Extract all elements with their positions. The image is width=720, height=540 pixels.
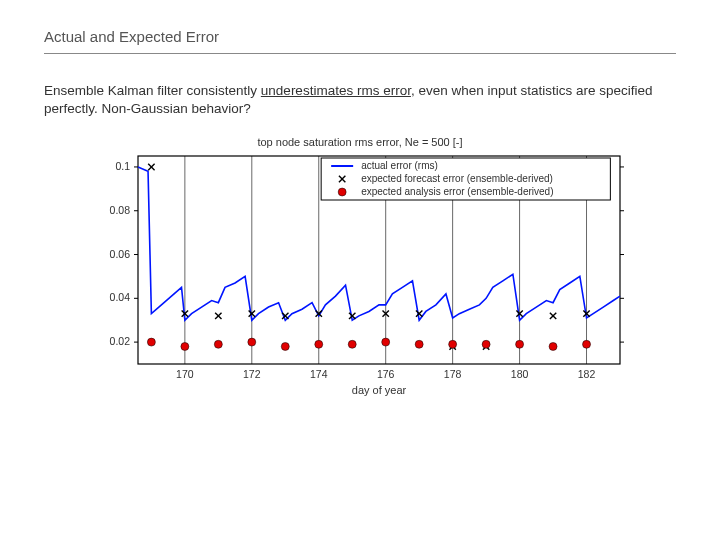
svg-point-60 <box>181 343 189 351</box>
svg-point-67 <box>415 341 423 349</box>
blurb-text-underlined: underestimates rms error <box>261 83 411 98</box>
svg-text:176: 176 <box>377 368 395 380</box>
chart: 1701721741761781801820.020.040.060.080.1… <box>90 150 630 400</box>
svg-point-65 <box>348 341 356 349</box>
svg-point-66 <box>382 339 390 347</box>
svg-text:expected analysis error (ensem: expected analysis error (ensemble-derive… <box>361 186 553 197</box>
svg-text:172: 172 <box>243 368 261 380</box>
blurb-text-before: Ensemble Kalman filter consistently <box>44 83 261 98</box>
svg-point-70 <box>516 341 524 349</box>
svg-point-69 <box>482 341 490 349</box>
svg-point-72 <box>583 341 591 349</box>
svg-point-71 <box>549 343 557 351</box>
chart-title: top node saturation rms error, Ne = 500 … <box>44 136 676 148</box>
svg-text:0.06: 0.06 <box>110 248 131 260</box>
svg-text:182: 182 <box>578 368 596 380</box>
page-title: Actual and Expected Error <box>44 28 676 45</box>
svg-text:178: 178 <box>444 368 462 380</box>
svg-text:0.1: 0.1 <box>115 160 130 172</box>
svg-text:actual error (rms): actual error (rms) <box>361 160 438 171</box>
svg-text:0.04: 0.04 <box>110 292 131 304</box>
svg-text:174: 174 <box>310 368 328 380</box>
svg-point-63 <box>281 343 289 351</box>
svg-text:0.08: 0.08 <box>110 204 131 216</box>
description: Ensemble Kalman filter consistently unde… <box>44 82 676 118</box>
divider <box>44 53 676 54</box>
svg-point-62 <box>248 339 256 347</box>
svg-text:day of year: day of year <box>352 384 407 396</box>
svg-point-59 <box>147 339 155 347</box>
svg-text:0.02: 0.02 <box>110 336 131 348</box>
svg-text:170: 170 <box>176 368 194 380</box>
svg-point-68 <box>449 341 457 349</box>
svg-point-61 <box>214 341 222 349</box>
chart-svg: 1701721741761781801820.020.040.060.080.1… <box>90 150 630 400</box>
svg-text:expected forecast error (ensem: expected forecast error (ensemble-derive… <box>361 173 553 184</box>
svg-point-79 <box>338 188 346 196</box>
svg-text:180: 180 <box>511 368 529 380</box>
svg-point-64 <box>315 341 323 349</box>
